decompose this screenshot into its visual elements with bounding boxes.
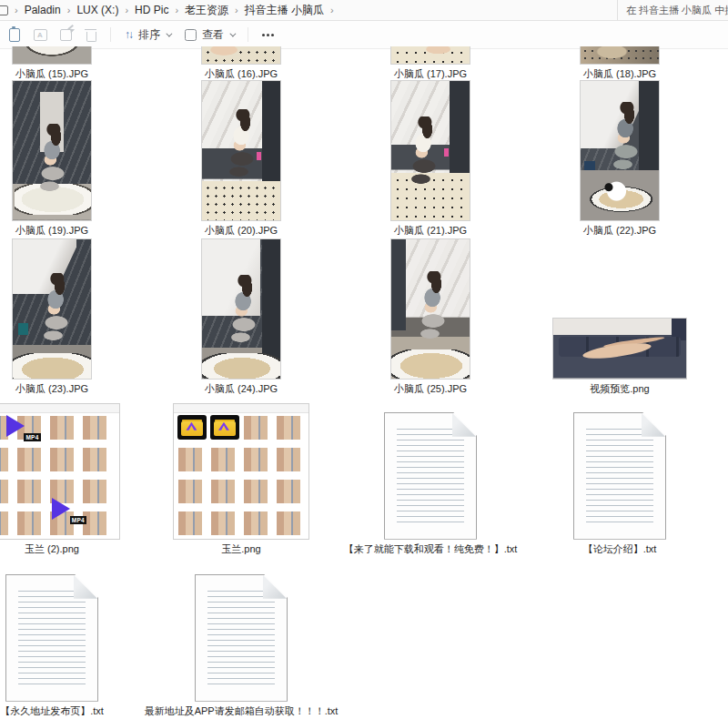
folder-overlay-icon — [177, 415, 207, 440]
breadcrumb-chevron-icon: › — [228, 5, 245, 15]
file-name: 小脑瓜 (18).JPG — [583, 68, 656, 80]
file-row: 小脑瓜 (19).JPG 小脑瓜 (20).JPG 小脑瓜 (21).JPG 小… — [0, 82, 728, 238]
address-bar: ›Paladin›LUX (X:)›HD Pic›老王资源›抖音主播 小脑瓜› … — [0, 0, 728, 21]
file-thumbnail — [12, 46, 92, 65]
rename-button[interactable]: A — [28, 24, 52, 46]
file-thumbnail — [201, 80, 281, 221]
this-pc-icon — [0, 5, 8, 15]
breadcrumb-item[interactable]: LUX (X:) — [76, 4, 118, 16]
toolbar-divider — [248, 27, 248, 42]
file-name: 玉兰.png — [221, 543, 260, 555]
file-thumbnail — [195, 574, 288, 702]
file-item[interactable]: 小脑瓜 (16).JPG — [147, 49, 336, 82]
file-name: 小脑瓜 (25).JPG — [394, 383, 467, 395]
delete-icon — [86, 32, 96, 42]
search-input[interactable]: 在 抖音主播 小脑瓜 中搜 — [617, 0, 728, 20]
breadcrumb-item[interactable]: 老王资源 — [185, 4, 228, 16]
file-thumbnail — [12, 238, 92, 380]
file-row: 小脑瓜 (15).JPG 小脑瓜 (16).JPG 小脑瓜 (17).JPG 小… — [0, 49, 728, 82]
chevron-down-icon — [229, 30, 236, 36]
view-icon — [185, 29, 197, 41]
paste-icon — [9, 28, 20, 42]
file-item[interactable]: MP4MP4 玉兰 (2).png — [0, 397, 147, 557]
file-thumbnail: MP4MP4 — [0, 403, 120, 540]
view-label: 查看 — [202, 27, 224, 43]
mp4-overlay-icon: MP4 — [52, 498, 83, 522]
file-thumbnail — [390, 80, 470, 221]
file-name: 小脑瓜 (23).JPG — [15, 383, 88, 395]
file-thumbnail — [201, 238, 281, 380]
file-name: 小脑瓜 (21).JPG — [394, 225, 467, 237]
folder-overlay-icon — [210, 415, 239, 440]
breadcrumb: ›Paladin›LUX (X:)›HD Pic›老王资源›抖音主播 小脑瓜› — [8, 3, 340, 18]
mp4-overlay-icon: MP4 — [6, 415, 37, 439]
file-item[interactable]: 【来了就能下载和观看！纯免费！】.txt — [336, 397, 525, 557]
file-name: 视频预览.png — [590, 383, 649, 395]
breadcrumb-chevron-icon: › — [61, 5, 77, 15]
more-options-icon — [267, 34, 269, 36]
file-name: 小脑瓜 (20).JPG — [205, 225, 278, 237]
file-name: 小脑瓜 (15).JPG — [15, 68, 88, 80]
command-toolbar: A ↑↓ 排序 查看 — [0, 21, 728, 49]
file-item[interactable]: 小脑瓜 (21).JPG — [336, 82, 525, 238]
sort-dropdown[interactable]: ↑↓ 排序 — [117, 24, 177, 46]
file-item[interactable]: 最新地址及APP请发邮箱自动获取！！！.txt — [147, 557, 336, 719]
breadcrumb-chevron-icon: › — [8, 5, 25, 15]
breadcrumb-item[interactable]: 抖音主播 小脑瓜 — [245, 4, 324, 16]
paste-button[interactable] — [3, 24, 26, 46]
file-item[interactable]: 小脑瓜 (20).JPG — [147, 82, 336, 238]
file-name: 小脑瓜 (22).JPG — [583, 225, 656, 237]
file-thumbnail — [12, 80, 92, 221]
file-name: 小脑瓜 (19).JPG — [15, 225, 88, 237]
file-grid: 小脑瓜 (15).JPG 小脑瓜 (16).JPG 小脑瓜 (17).JPG 小… — [0, 49, 728, 719]
delete-button[interactable] — [79, 24, 103, 46]
file-item[interactable]: 【永久地址发布页】.txt — [0, 557, 147, 719]
more-options-button[interactable] — [256, 24, 279, 46]
file-item[interactable]: 小脑瓜 (22).JPG — [525, 82, 714, 238]
file-thumbnail — [573, 412, 666, 540]
rename-icon: A — [34, 29, 47, 41]
file-row: MP4MP4 玉兰 (2).png 玉兰.png 【来了就能下载和观看！纯免费！… — [0, 397, 728, 557]
view-dropdown[interactable]: 查看 — [177, 24, 241, 46]
breadcrumb-chevron-icon: › — [168, 5, 185, 15]
breadcrumb-item[interactable]: Paladin — [25, 4, 61, 16]
file-thumbnail — [201, 46, 281, 65]
file-name: 【论坛介绍】.txt — [583, 543, 657, 555]
sort-arrows-icon: ↑↓ — [125, 28, 132, 41]
file-item[interactable]: 小脑瓜 (23).JPG — [0, 238, 147, 397]
file-name: 小脑瓜 (17).JPG — [394, 68, 467, 80]
file-item[interactable]: 视频预览.png — [525, 238, 714, 397]
breadcrumb-chevron-icon: › — [324, 5, 340, 15]
file-item[interactable]: 小脑瓜 (15).JPG — [0, 49, 147, 82]
file-thumbnail — [173, 403, 309, 540]
toolbar-divider — [110, 27, 111, 42]
file-item[interactable]: 小脑瓜 (24).JPG — [147, 238, 336, 397]
file-thumbnail — [390, 46, 470, 65]
file-item[interactable]: 小脑瓜 (18).JPG — [525, 49, 714, 82]
file-row: 小脑瓜 (23).JPG 小脑瓜 (24).JPG 小脑瓜 (25).JPG 视… — [0, 238, 728, 397]
file-row: 【永久地址发布页】.txt 最新地址及APP请发邮箱自动获取！！！.txt — [0, 557, 728, 719]
file-item[interactable]: 小脑瓜 (17).JPG — [336, 49, 525, 82]
search-placeholder: 在 抖音主播 小脑瓜 中搜 — [626, 4, 728, 17]
file-thumbnail — [580, 46, 660, 65]
breadcrumb-item[interactable]: HD Pic — [135, 4, 168, 16]
file-thumbnail — [384, 412, 477, 540]
file-item[interactable]: 小脑瓜 (19).JPG — [0, 82, 147, 238]
file-item[interactable]: 小脑瓜 (25).JPG — [336, 238, 525, 397]
file-name: 最新地址及APP请发邮箱自动获取！！！.txt — [145, 705, 339, 717]
share-button[interactable] — [54, 24, 77, 46]
share-icon — [60, 29, 72, 41]
sort-label: 排序 — [138, 27, 160, 43]
file-item[interactable]: 玉兰.png — [147, 397, 336, 557]
breadcrumb-chevron-icon: › — [118, 5, 135, 15]
file-item[interactable]: 【论坛介绍】.txt — [525, 397, 714, 557]
file-thumbnail — [390, 238, 470, 380]
file-name: 小脑瓜 (24).JPG — [205, 383, 278, 395]
file-thumbnail — [5, 574, 98, 702]
file-name: 小脑瓜 (16).JPG — [205, 68, 278, 80]
chevron-down-icon — [166, 30, 172, 36]
file-name: 【永久地址发布页】.txt — [0, 705, 104, 717]
file-thumbnail — [580, 80, 660, 221]
file-name: 玉兰 (2).png — [25, 543, 79, 555]
file-name: 【来了就能下载和观看！纯免费！】.txt — [344, 543, 518, 555]
